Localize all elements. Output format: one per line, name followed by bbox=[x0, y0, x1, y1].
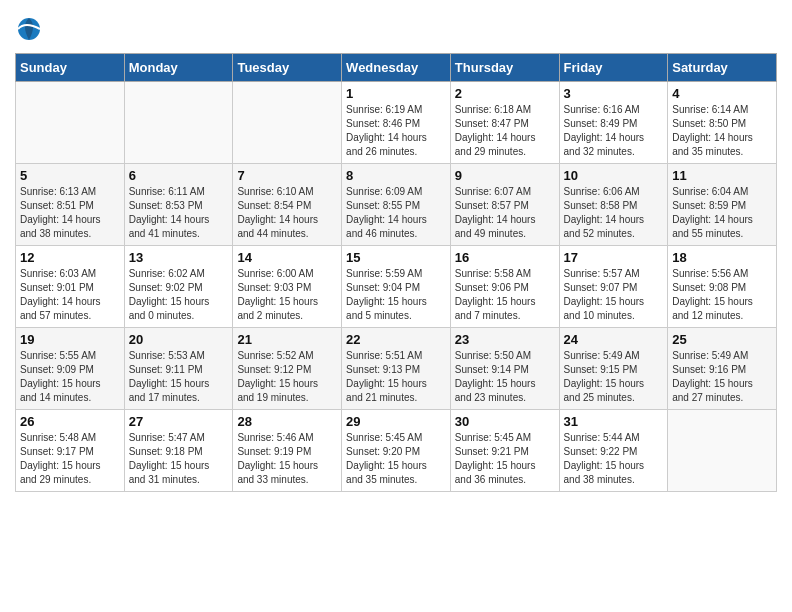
weekday-header-saturday: Saturday bbox=[668, 54, 777, 82]
week-row-4: 19Sunrise: 5:55 AM Sunset: 9:09 PM Dayli… bbox=[16, 328, 777, 410]
day-number: 7 bbox=[237, 168, 337, 183]
day-info: Sunrise: 6:07 AM Sunset: 8:57 PM Dayligh… bbox=[455, 185, 555, 241]
empty-cell bbox=[124, 82, 233, 164]
day-number: 16 bbox=[455, 250, 555, 265]
day-info: Sunrise: 5:49 AM Sunset: 9:16 PM Dayligh… bbox=[672, 349, 772, 405]
day-info: Sunrise: 6:10 AM Sunset: 8:54 PM Dayligh… bbox=[237, 185, 337, 241]
weekday-header-wednesday: Wednesday bbox=[342, 54, 451, 82]
day-cell-3: 3Sunrise: 6:16 AM Sunset: 8:49 PM Daylig… bbox=[559, 82, 668, 164]
day-number: 6 bbox=[129, 168, 229, 183]
day-info: Sunrise: 6:09 AM Sunset: 8:55 PM Dayligh… bbox=[346, 185, 446, 241]
day-cell-23: 23Sunrise: 5:50 AM Sunset: 9:14 PM Dayli… bbox=[450, 328, 559, 410]
day-number: 12 bbox=[20, 250, 120, 265]
day-cell-18: 18Sunrise: 5:56 AM Sunset: 9:08 PM Dayli… bbox=[668, 246, 777, 328]
day-cell-15: 15Sunrise: 5:59 AM Sunset: 9:04 PM Dayli… bbox=[342, 246, 451, 328]
day-info: Sunrise: 5:50 AM Sunset: 9:14 PM Dayligh… bbox=[455, 349, 555, 405]
day-info: Sunrise: 5:55 AM Sunset: 9:09 PM Dayligh… bbox=[20, 349, 120, 405]
calendar-table: SundayMondayTuesdayWednesdayThursdayFrid… bbox=[15, 53, 777, 492]
day-info: Sunrise: 6:11 AM Sunset: 8:53 PM Dayligh… bbox=[129, 185, 229, 241]
day-info: Sunrise: 5:47 AM Sunset: 9:18 PM Dayligh… bbox=[129, 431, 229, 487]
day-number: 30 bbox=[455, 414, 555, 429]
day-number: 15 bbox=[346, 250, 446, 265]
day-number: 29 bbox=[346, 414, 446, 429]
day-number: 23 bbox=[455, 332, 555, 347]
day-number: 20 bbox=[129, 332, 229, 347]
day-cell-20: 20Sunrise: 5:53 AM Sunset: 9:11 PM Dayli… bbox=[124, 328, 233, 410]
day-cell-22: 22Sunrise: 5:51 AM Sunset: 9:13 PM Dayli… bbox=[342, 328, 451, 410]
logo bbox=[15, 15, 47, 43]
day-info: Sunrise: 5:57 AM Sunset: 9:07 PM Dayligh… bbox=[564, 267, 664, 323]
week-row-3: 12Sunrise: 6:03 AM Sunset: 9:01 PM Dayli… bbox=[16, 246, 777, 328]
day-cell-7: 7Sunrise: 6:10 AM Sunset: 8:54 PM Daylig… bbox=[233, 164, 342, 246]
day-cell-21: 21Sunrise: 5:52 AM Sunset: 9:12 PM Dayli… bbox=[233, 328, 342, 410]
day-cell-8: 8Sunrise: 6:09 AM Sunset: 8:55 PM Daylig… bbox=[342, 164, 451, 246]
day-info: Sunrise: 6:13 AM Sunset: 8:51 PM Dayligh… bbox=[20, 185, 120, 241]
day-cell-28: 28Sunrise: 5:46 AM Sunset: 9:19 PM Dayli… bbox=[233, 410, 342, 492]
week-row-5: 26Sunrise: 5:48 AM Sunset: 9:17 PM Dayli… bbox=[16, 410, 777, 492]
day-info: Sunrise: 6:03 AM Sunset: 9:01 PM Dayligh… bbox=[20, 267, 120, 323]
weekday-header-row: SundayMondayTuesdayWednesdayThursdayFrid… bbox=[16, 54, 777, 82]
empty-cell bbox=[668, 410, 777, 492]
day-number: 22 bbox=[346, 332, 446, 347]
day-cell-9: 9Sunrise: 6:07 AM Sunset: 8:57 PM Daylig… bbox=[450, 164, 559, 246]
day-info: Sunrise: 5:45 AM Sunset: 9:21 PM Dayligh… bbox=[455, 431, 555, 487]
day-info: Sunrise: 6:19 AM Sunset: 8:46 PM Dayligh… bbox=[346, 103, 446, 159]
day-info: Sunrise: 5:45 AM Sunset: 9:20 PM Dayligh… bbox=[346, 431, 446, 487]
weekday-header-monday: Monday bbox=[124, 54, 233, 82]
day-number: 10 bbox=[564, 168, 664, 183]
day-number: 19 bbox=[20, 332, 120, 347]
day-info: Sunrise: 6:16 AM Sunset: 8:49 PM Dayligh… bbox=[564, 103, 664, 159]
day-info: Sunrise: 6:00 AM Sunset: 9:03 PM Dayligh… bbox=[237, 267, 337, 323]
day-number: 8 bbox=[346, 168, 446, 183]
day-number: 5 bbox=[20, 168, 120, 183]
day-info: Sunrise: 6:02 AM Sunset: 9:02 PM Dayligh… bbox=[129, 267, 229, 323]
day-info: Sunrise: 5:58 AM Sunset: 9:06 PM Dayligh… bbox=[455, 267, 555, 323]
day-info: Sunrise: 5:46 AM Sunset: 9:19 PM Dayligh… bbox=[237, 431, 337, 487]
day-cell-16: 16Sunrise: 5:58 AM Sunset: 9:06 PM Dayli… bbox=[450, 246, 559, 328]
weekday-header-friday: Friday bbox=[559, 54, 668, 82]
day-number: 9 bbox=[455, 168, 555, 183]
day-number: 11 bbox=[672, 168, 772, 183]
weekday-header-sunday: Sunday bbox=[16, 54, 125, 82]
day-number: 2 bbox=[455, 86, 555, 101]
day-number: 21 bbox=[237, 332, 337, 347]
day-cell-2: 2Sunrise: 6:18 AM Sunset: 8:47 PM Daylig… bbox=[450, 82, 559, 164]
day-number: 3 bbox=[564, 86, 664, 101]
day-cell-26: 26Sunrise: 5:48 AM Sunset: 9:17 PM Dayli… bbox=[16, 410, 125, 492]
day-number: 26 bbox=[20, 414, 120, 429]
day-cell-11: 11Sunrise: 6:04 AM Sunset: 8:59 PM Dayli… bbox=[668, 164, 777, 246]
day-info: Sunrise: 5:49 AM Sunset: 9:15 PM Dayligh… bbox=[564, 349, 664, 405]
day-cell-6: 6Sunrise: 6:11 AM Sunset: 8:53 PM Daylig… bbox=[124, 164, 233, 246]
weekday-header-tuesday: Tuesday bbox=[233, 54, 342, 82]
day-info: Sunrise: 6:18 AM Sunset: 8:47 PM Dayligh… bbox=[455, 103, 555, 159]
day-info: Sunrise: 5:56 AM Sunset: 9:08 PM Dayligh… bbox=[672, 267, 772, 323]
day-cell-5: 5Sunrise: 6:13 AM Sunset: 8:51 PM Daylig… bbox=[16, 164, 125, 246]
day-info: Sunrise: 6:04 AM Sunset: 8:59 PM Dayligh… bbox=[672, 185, 772, 241]
day-cell-24: 24Sunrise: 5:49 AM Sunset: 9:15 PM Dayli… bbox=[559, 328, 668, 410]
page-container: SundayMondayTuesdayWednesdayThursdayFrid… bbox=[0, 0, 792, 502]
day-cell-13: 13Sunrise: 6:02 AM Sunset: 9:02 PM Dayli… bbox=[124, 246, 233, 328]
day-cell-27: 27Sunrise: 5:47 AM Sunset: 9:18 PM Dayli… bbox=[124, 410, 233, 492]
day-info: Sunrise: 5:59 AM Sunset: 9:04 PM Dayligh… bbox=[346, 267, 446, 323]
day-number: 17 bbox=[564, 250, 664, 265]
day-info: Sunrise: 6:06 AM Sunset: 8:58 PM Dayligh… bbox=[564, 185, 664, 241]
day-info: Sunrise: 5:51 AM Sunset: 9:13 PM Dayligh… bbox=[346, 349, 446, 405]
day-number: 4 bbox=[672, 86, 772, 101]
header bbox=[15, 15, 777, 43]
empty-cell bbox=[16, 82, 125, 164]
day-number: 18 bbox=[672, 250, 772, 265]
day-number: 24 bbox=[564, 332, 664, 347]
day-cell-19: 19Sunrise: 5:55 AM Sunset: 9:09 PM Dayli… bbox=[16, 328, 125, 410]
day-cell-31: 31Sunrise: 5:44 AM Sunset: 9:22 PM Dayli… bbox=[559, 410, 668, 492]
day-number: 1 bbox=[346, 86, 446, 101]
day-info: Sunrise: 5:44 AM Sunset: 9:22 PM Dayligh… bbox=[564, 431, 664, 487]
day-cell-14: 14Sunrise: 6:00 AM Sunset: 9:03 PM Dayli… bbox=[233, 246, 342, 328]
week-row-2: 5Sunrise: 6:13 AM Sunset: 8:51 PM Daylig… bbox=[16, 164, 777, 246]
day-cell-25: 25Sunrise: 5:49 AM Sunset: 9:16 PM Dayli… bbox=[668, 328, 777, 410]
logo-icon bbox=[15, 15, 43, 43]
day-cell-12: 12Sunrise: 6:03 AM Sunset: 9:01 PM Dayli… bbox=[16, 246, 125, 328]
day-info: Sunrise: 6:14 AM Sunset: 8:50 PM Dayligh… bbox=[672, 103, 772, 159]
day-number: 13 bbox=[129, 250, 229, 265]
day-number: 31 bbox=[564, 414, 664, 429]
day-info: Sunrise: 5:48 AM Sunset: 9:17 PM Dayligh… bbox=[20, 431, 120, 487]
